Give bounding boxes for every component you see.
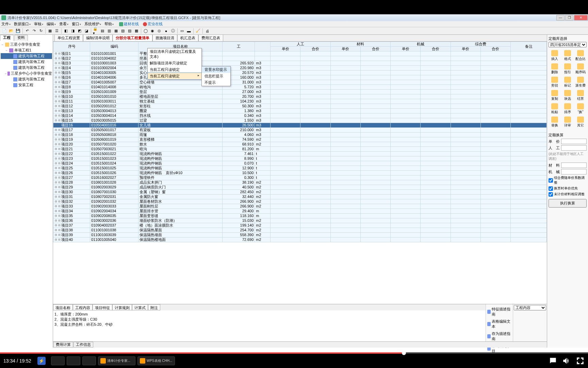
row-expand-icon[interactable]: ⊟ xyxy=(54,128,57,132)
rp-insert[interactable]: 插入 xyxy=(549,49,561,62)
row-collapse-icon[interactable]: ⊟ xyxy=(58,61,61,65)
rp-unitprice-input[interactable] xyxy=(561,139,587,144)
menu-file[interactable]: 文件▾ xyxy=(0,21,12,27)
table-row[interactable]: ⊟⊟项目38011001001038保温隔热屋面254.700m2 xyxy=(53,228,547,233)
grid2-icon[interactable]: ▥ xyxy=(106,28,112,34)
rp-copy[interactable]: 复制 xyxy=(549,89,561,102)
tree-building4[interactable]: 建筑与装饰工程 xyxy=(1,76,52,82)
table-row[interactable]: ⊟⊟项目11010501003011独立基础104.230m3 xyxy=(53,99,547,104)
table-row[interactable]: ⊟⊟项目19010506001019直形楼梯74.590m2 xyxy=(53,137,547,142)
tool-a-icon[interactable]: ◧ xyxy=(63,28,69,34)
detail-action-0[interactable]: 特征描述指南 xyxy=(487,306,512,318)
table-row[interactable]: ⊟⊟项目14010503004014挡水线0.340m3 xyxy=(53,113,547,118)
rp-format[interactable]: 格式 xyxy=(561,49,574,62)
row-collapse-icon[interactable]: ⊟ xyxy=(58,156,61,161)
video-speed-icon[interactable]: ⚡ xyxy=(37,357,46,365)
row-expand-icon[interactable]: ⊟ xyxy=(54,104,57,108)
rp-check-synth[interactable]: 综合费随单价系数调整 xyxy=(549,175,587,185)
rp-guide[interactable]: 指引 xyxy=(561,63,574,75)
rp-cut[interactable]: 剪切 xyxy=(549,76,561,89)
row-expand-icon[interactable]: ⊟ xyxy=(54,228,57,232)
menu-data[interactable]: 数据接口▾ xyxy=(13,21,32,27)
tree-building1[interactable]: 建筑与装饰工程 xyxy=(1,53,52,59)
center-tab-3[interactable]: 措施项目清 xyxy=(152,34,177,41)
lock-submenu[interactable]: 背景水印提示信息栏提示不提示 xyxy=(201,66,231,86)
tree-root[interactable]: −三星小学学生食堂 xyxy=(1,42,52,47)
rp-check-unpriced[interactable]: 未计价材料相应调整 xyxy=(549,192,587,197)
main-grid-wrap[interactable]: 序号 编码 项目名称 工 人工 材料 机械 综合费 备注 单价 xyxy=(53,42,547,304)
rp-delete[interactable]: 删除 xyxy=(549,63,561,75)
detail-tab-0[interactable]: 项目名称 xyxy=(53,304,73,310)
menu-help[interactable]: 帮助▾ xyxy=(103,21,115,27)
detail-tab-1[interactable]: 工程内容 xyxy=(73,304,93,310)
rp-check-priority[interactable]: 换算时单价优先 xyxy=(549,186,587,191)
row-expand-icon[interactable]: ⊟ xyxy=(54,118,57,123)
row-expand-icon[interactable]: ⊟ xyxy=(54,180,57,185)
rp-swap[interactable]: “换” xyxy=(574,103,587,115)
open-icon[interactable]: 📂 xyxy=(8,28,14,34)
row-collapse-icon[interactable]: ⊟ xyxy=(58,195,61,199)
table-row[interactable]: ⊟⊟项目18010505008018雨篷4.060m3 xyxy=(53,133,547,137)
row-expand-icon[interactable]: ⊟ xyxy=(54,166,57,170)
table-row[interactable]: ⊟⊟项目31010807002031金属防火窗32.440m2 xyxy=(53,195,547,199)
lock-submenu-item-1[interactable]: 信息栏提示 xyxy=(202,73,230,79)
print-icon[interactable]: 🖨 xyxy=(204,28,210,34)
refresh-icon[interactable]: ↻ xyxy=(38,28,44,34)
new-icon[interactable]: 📄 xyxy=(1,28,7,34)
row-expand-icon[interactable]: ⊟ xyxy=(54,51,57,56)
tree-building3[interactable]: 建筑与装饰工程 xyxy=(1,65,52,71)
rp-review[interactable]: 详审 xyxy=(561,116,574,128)
row-expand-icon[interactable]: ⊟ xyxy=(54,199,57,204)
row-collapse-icon[interactable]: ⊟ xyxy=(58,118,61,123)
row-expand-icon[interactable]: ⊟ xyxy=(54,113,57,118)
table-row[interactable]: ⊟⊟项目40011001005040保温隔热楼地面72.690m2 xyxy=(53,237,547,242)
table-row[interactable]: ⊟⊟项目4010103002004余方弃置220.980m3 xyxy=(53,66,547,71)
table-row[interactable]: ⊟⊟项目23010515001023现浇构件钢筋8.990t xyxy=(53,156,547,161)
row-collapse-icon[interactable]: ⊟ xyxy=(58,109,61,113)
table-row[interactable]: ⊟⊟项目9010501001009垫层27.000m3 xyxy=(53,90,547,94)
undo-icon[interactable]: ↶ xyxy=(24,28,30,34)
row-expand-icon[interactable]: ⊟ xyxy=(54,152,57,156)
video-comment-icon[interactable] xyxy=(549,356,557,365)
row-collapse-icon[interactable]: ⊟ xyxy=(58,166,61,170)
row-expand-icon[interactable]: ⊟ xyxy=(54,218,57,223)
row-collapse-icon[interactable]: ⊟ xyxy=(58,128,61,132)
row-collapse-icon[interactable]: ⊟ xyxy=(58,237,61,242)
tool-d-icon[interactable]: ◪ xyxy=(83,28,89,34)
lock-submenu-item-2[interactable]: 不提示 xyxy=(202,79,230,86)
minimize-button[interactable]: — xyxy=(556,15,565,20)
app1-task[interactable]: 清单计价专家... xyxy=(98,356,135,365)
row-collapse-icon[interactable]: ⊟ xyxy=(58,66,61,70)
tool-c-icon[interactable]: ◩ xyxy=(77,28,83,34)
row-collapse-icon[interactable]: ⊟ xyxy=(58,147,61,151)
row-expand-icon[interactable]: ⊟ xyxy=(54,156,57,161)
close-button[interactable]: ✕ xyxy=(574,15,588,20)
video-fullscreen-icon[interactable] xyxy=(576,356,585,365)
rp-settle[interactable]: 结算 xyxy=(574,89,587,102)
row-expand-icon[interactable]: ⊟ xyxy=(54,204,57,209)
center-tab-1[interactable]: 编制/清单说明 xyxy=(83,34,113,41)
row-collapse-icon[interactable]: ⊟ xyxy=(58,223,61,228)
table-row[interactable]: ⊟⊟项目37010904002037楼（地）面涂膜防水199.140m2 xyxy=(53,223,547,228)
row-collapse-icon[interactable]: ⊟ xyxy=(58,51,61,56)
row-expand-icon[interactable]: ⊟ xyxy=(54,195,57,199)
rp-paste[interactable]: 粘贴 xyxy=(549,103,561,115)
menu-edit[interactable]: 编辑▾ xyxy=(45,21,57,27)
link-macros[interactable]: 宏业在线 xyxy=(143,21,163,27)
center-tab-5[interactable]: 费用汇总表 xyxy=(198,34,223,41)
row-collapse-icon[interactable]: ⊟ xyxy=(58,152,61,156)
rp-mark[interactable]: 标记 xyxy=(561,76,574,89)
row-collapse-icon[interactable]: ⊟ xyxy=(58,214,61,218)
row-collapse-icon[interactable]: ⊟ xyxy=(58,228,61,232)
row-collapse-icon[interactable]: ⊟ xyxy=(58,209,61,213)
row-collapse-icon[interactable]: ⊟ xyxy=(58,99,61,104)
footer-tab-cost[interactable]: 费用计算 xyxy=(53,342,73,348)
lock-menu-item-1[interactable]: 解除项目清单只读锁定 xyxy=(148,60,201,66)
table-row[interactable]: ⊟⊟项目36010903002036墙面砂浆防水（防潮）15.030m2 xyxy=(53,218,547,223)
detail-tab-5[interactable]: 附注 xyxy=(148,304,160,310)
table-row[interactable]: ⊟⊟项目26010515001026现浇构件钢筋 直径≤Φ1010.500t xyxy=(53,171,547,175)
row-collapse-icon[interactable]: ⊟ xyxy=(58,85,61,89)
row-expand-icon[interactable]: ⊟ xyxy=(54,214,57,218)
row-expand-icon[interactable]: ⊟ xyxy=(54,209,57,213)
detail-action-2[interactable]: 存为描述指南 xyxy=(487,330,512,342)
